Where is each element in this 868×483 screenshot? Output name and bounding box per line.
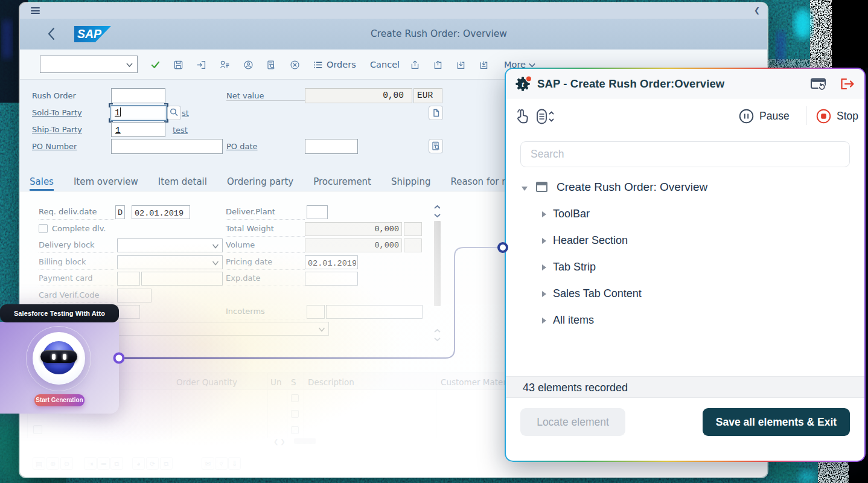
caret-right-icon[interactable] xyxy=(542,291,546,297)
refresh-icon[interactable]: ⟳ xyxy=(146,457,159,470)
pricing-date-input[interactable] xyxy=(305,255,358,269)
req-deliv-date-input[interactable] xyxy=(132,205,190,219)
chart-icon[interactable]: ◕ xyxy=(132,457,145,470)
export-icon[interactable]: ⇓ xyxy=(228,457,241,470)
req-deliv-date-label: Req. deliv.date xyxy=(39,207,115,220)
save-icon[interactable] xyxy=(173,60,183,70)
po-number-label[interactable]: PO Number xyxy=(32,142,77,151)
exp-date-input[interactable] xyxy=(305,272,358,286)
tab-item-overview[interactable]: Item overview xyxy=(74,175,138,191)
incoterms-location-input[interactable] xyxy=(326,305,423,319)
scroll-up-icon[interactable] xyxy=(433,204,442,210)
po-date-input[interactable] xyxy=(305,139,358,154)
page-up-icon[interactable] xyxy=(433,328,442,334)
row-checkbox[interactable] xyxy=(291,426,299,434)
stop-button[interactable]: Stop xyxy=(816,107,858,125)
save-all-elements-button[interactable]: Save all elements & Exit xyxy=(703,408,850,436)
delivery-block-select[interactable] xyxy=(117,238,223,252)
tab-sales[interactable]: Sales xyxy=(30,175,54,191)
orders-list-icon[interactable] xyxy=(313,60,323,70)
caret-down-icon[interactable] xyxy=(522,187,528,191)
insert-icon[interactable]: ⇥ xyxy=(84,457,97,470)
card-verif-code-input[interactable] xyxy=(117,289,152,302)
tab-procurement[interactable]: Procurement xyxy=(313,175,371,191)
document-search-icon[interactable] xyxy=(266,60,276,70)
filter-icon[interactable]: ▿ xyxy=(215,457,228,470)
tree-item-all-items[interactable]: All items xyxy=(506,312,864,333)
caret-right-icon[interactable] xyxy=(542,238,546,244)
user-circle-icon[interactable] xyxy=(243,60,254,70)
sold-to-input-focused[interactable]: 1 xyxy=(110,105,167,121)
horizontal-scroll-icons[interactable]: ❮ ❯ xyxy=(273,438,286,446)
grid-icon[interactable]: ⧉ xyxy=(110,457,123,470)
command-combobox[interactable] xyxy=(40,56,138,73)
tree-item-toolbar[interactable]: ToolBar xyxy=(506,206,864,226)
caret-right-icon[interactable] xyxy=(542,211,546,217)
tree-item-tab-strip[interactable]: Tab Strip xyxy=(506,259,864,280)
tree-item-sales-tab-content[interactable]: Sales Tab Content xyxy=(506,286,864,306)
list-icon[interactable]: ≔ xyxy=(97,457,110,470)
tab-ordering-party[interactable]: Ordering party xyxy=(227,175,293,191)
rush-order-input[interactable] xyxy=(111,88,165,103)
collapse-chevron-icon[interactable]: ❮ xyxy=(754,6,761,15)
locate-element-button[interactable]: Locate element xyxy=(520,408,625,436)
start-generation-button[interactable]: Start Generation xyxy=(34,394,85,406)
row-select-checkbox[interactable] xyxy=(33,425,42,434)
tree-item-header-section[interactable]: Header Section xyxy=(506,232,864,253)
ship-to-label[interactable]: Ship-To Party xyxy=(32,125,82,134)
scroll-capture-icon[interactable] xyxy=(535,108,555,125)
payment-card-type-input[interactable] xyxy=(117,272,140,286)
hamburger-menu-icon[interactable] xyxy=(31,7,40,14)
ship-to-suffix-link[interactable]: test xyxy=(173,126,188,135)
scroll-down-icon[interactable] xyxy=(433,213,442,219)
mail-icon[interactable]: ✉ xyxy=(202,457,214,470)
vertical-scrollbar-thumb[interactable] xyxy=(434,221,441,306)
search-input[interactable] xyxy=(520,141,850,167)
po-date-label[interactable]: PO date xyxy=(226,142,258,151)
value-help-button[interactable] xyxy=(167,106,181,120)
page-down-icon[interactable] xyxy=(433,336,442,342)
tab-reason-for-rejection[interactable]: Reason for rej xyxy=(450,175,513,191)
copy-document-button[interactable] xyxy=(429,106,443,120)
horizontal-scrollbar-thumb[interactable] xyxy=(294,438,316,444)
incoterms-code-input[interactable] xyxy=(307,305,325,319)
download-icon[interactable] xyxy=(479,60,489,70)
sold-to-label[interactable]: Sold-To Party xyxy=(32,108,82,117)
complete-dlv-checkbox[interactable] xyxy=(39,224,48,233)
tab-shipping[interactable]: Shipping xyxy=(391,175,430,191)
export-up-icon[interactable] xyxy=(433,60,443,70)
deliver-plant-input[interactable] xyxy=(307,205,328,219)
cancel-circle-icon[interactable] xyxy=(290,60,300,70)
order-reason-select[interactable] xyxy=(117,322,329,336)
exit-recorder-icon[interactable] xyxy=(839,77,856,91)
tree-root-row[interactable]: Create Rush Order: Overview xyxy=(506,179,864,199)
confirm-check-icon[interactable] xyxy=(150,60,161,70)
incoterms-version-input[interactable] xyxy=(117,305,140,319)
restore-window-icon[interactable] xyxy=(810,77,827,91)
ship-to-input[interactable] xyxy=(111,122,165,137)
req-deliv-type-input[interactable] xyxy=(115,205,125,219)
exit-icon[interactable] xyxy=(196,60,206,70)
pointer-hand-icon[interactable] xyxy=(515,108,529,125)
po-number-input[interactable] xyxy=(111,139,223,154)
billing-block-select[interactable] xyxy=(117,255,223,269)
document-search-button[interactable] xyxy=(429,139,443,153)
cancel-button[interactable]: Cancel xyxy=(370,50,400,80)
user-list-icon[interactable] xyxy=(220,60,230,70)
add-row-icon[interactable]: ⊕ xyxy=(46,457,59,470)
share-up-icon[interactable] xyxy=(410,60,420,70)
sold-to-suffix-link[interactable]: st xyxy=(182,109,189,118)
orders-button[interactable]: Orders xyxy=(327,50,356,80)
remove-row-icon[interactable]: ⊖ xyxy=(60,457,73,470)
back-icon[interactable] xyxy=(46,27,56,41)
import-down-icon[interactable] xyxy=(456,60,466,70)
pause-button[interactable]: Pause xyxy=(739,107,790,125)
caret-right-icon[interactable] xyxy=(542,264,546,270)
payment-card-number-input[interactable] xyxy=(141,272,223,286)
tab-item-detail[interactable]: Item detail xyxy=(158,175,207,191)
row-checkbox[interactable] xyxy=(291,410,299,418)
row-checkbox[interactable] xyxy=(291,394,299,402)
detail-icon[interactable]: ▤ xyxy=(33,457,45,470)
caret-right-icon[interactable] xyxy=(542,318,546,324)
copy-icon[interactable]: ⧉ xyxy=(160,457,173,470)
